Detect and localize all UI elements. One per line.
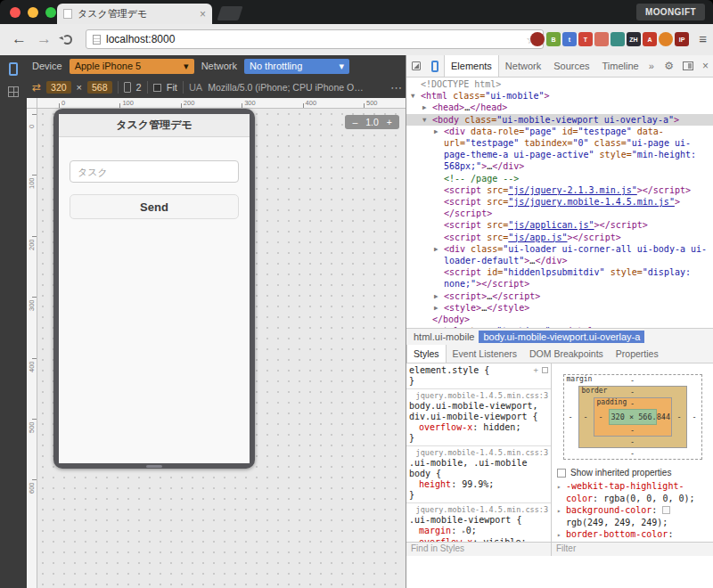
device-select[interactable]: Apple iPhone 5 ▾ [70,59,194,74]
expand-arrow-icon[interactable]: ▼ [422,114,432,126]
settings-gear-icon[interactable]: ⚙ [660,55,678,77]
profile-badge[interactable]: MOONGIFT [636,4,705,20]
chrome-menu-icon[interactable]: ≡ [699,31,707,46]
tab-overflow-icon[interactable]: » [645,55,658,77]
css-rule[interactable]: jquery.mobile-1.4.5.min.css:3.ui-mobile-… [406,503,551,542]
dom-tree-node[interactable]: ▶<head>…</head> [406,102,713,113]
expand-arrow-icon[interactable]: ▸ [557,505,566,517]
css-source-link[interactable]: jquery.mobile-1.4.5.min.css:3 [409,448,548,459]
expand-arrow-icon[interactable]: ▸ [557,529,566,541]
element-state-icon[interactable] [542,367,548,373]
zoom-in-button[interactable]: + [387,117,392,127]
expand-arrow-icon[interactable]: ▶ [434,126,444,137]
expand-arrow-icon[interactable]: ▶ [434,290,444,302]
dom-tree-node[interactable]: ▶<style>…</style> [406,302,713,314]
css-source-link[interactable]: jquery.mobile-1.4.5.min.css:3 [409,391,548,402]
network-select[interactable]: No throttling ▾ [244,59,349,74]
ua-value-field[interactable]: Mozilla/5.0 (iPhone; CPU iPhone O… [208,82,364,93]
dom-tree-node[interactable]: <script id="hiddenlpsubmitdiv" style="di… [406,266,713,290]
dom-tree-node[interactable]: <!-- /page --> [406,173,713,184]
computed-property[interactable]: ▸border-bottom-color: [552,528,713,541]
box-model-border[interactable]: border - - - padding - - - 320 × 566.844 [578,386,687,448]
computed-filter-input[interactable]: Filter [552,542,713,556]
extension-icon[interactable]: T [578,32,593,46]
tab-close-icon[interactable]: × [200,8,206,20]
fit-checkbox[interactable] [153,84,161,92]
devtools-tab-sources[interactable]: Sources [547,55,595,77]
extension-icon[interactable]: A [643,32,657,46]
dom-tree-node[interactable]: <script src="js/jquery-2.1.3.min.js"></s… [406,184,713,196]
find-in-styles-input[interactable]: Find in Styles [406,542,551,556]
box-model-content[interactable]: 320 × 566.844 [609,409,657,425]
css-property[interactable]: margin: ▸0; [409,526,548,537]
expand-arrow-icon[interactable]: ▶ [422,102,432,113]
css-selector[interactable]: .ui-mobile, .ui-mobile body { [409,458,548,479]
viewport-width-field[interactable]: 320 [46,81,71,94]
dom-tree-node[interactable]: ▶<div class="ui-loader ui-corner-all ui-… [406,243,713,266]
dock-side-icon[interactable] [678,55,698,77]
dom-tree-node[interactable]: <script src="js/applican.js"></script> [406,219,713,231]
device-mode-icon[interactable] [9,62,18,76]
dom-tree-node[interactable]: ▼<html class="ui-mobile"> [406,90,713,102]
url-text[interactable]: localhost:8000 [106,33,520,45]
extension-icon[interactable]: t [562,32,577,46]
extension-icon[interactable] [611,32,625,46]
computed-property[interactable]: ▸background-color: rgb(249, 249, 249); [552,504,713,528]
zoom-window-button[interactable] [45,7,56,18]
breadcrumb-item[interactable]: html.ui-mobile [409,331,479,343]
zoom-out-button[interactable]: – [352,117,357,127]
computed-property[interactable]: ▸-webkit-tap-highlight-color: rgba(0, 0,… [552,480,713,504]
css-property[interactable]: overflow-x: hidden; [409,422,548,433]
address-bar[interactable]: localhost:8000 ☆ [86,29,544,49]
browser-tab[interactable]: タスク管理デモ × [57,4,212,24]
back-button[interactable]: ← [12,30,27,48]
forward-button[interactable]: → [37,30,52,48]
task-input[interactable] [70,160,239,183]
sidebar-tab-event-listeners[interactable]: Event Listeners [447,345,523,363]
css-source-link[interactable]: jquery.mobile-1.4.5.min.css:3 [409,505,548,516]
swap-dimensions-icon[interactable]: ⇄ [32,81,41,94]
expand-arrow-icon[interactable]: ▶ [434,243,444,255]
dpr-value[interactable]: 2 [136,82,142,93]
css-rule[interactable]: jquery.mobile-1.4.5.min.css:3body.ui-mob… [406,389,551,446]
devtools-tab-timeline[interactable]: Timeline [596,55,645,77]
box-model-padding[interactable]: padding - - - 320 × 566.844 - [594,397,672,437]
extension-icon[interactable] [659,32,673,46]
extension-icon[interactable] [530,32,545,46]
devtools-tab-network[interactable]: Network [499,55,547,77]
extension-icon[interactable] [594,32,609,46]
expand-arrow-icon[interactable]: ▶ [434,302,444,314]
expand-arrow-icon[interactable]: ▸ [557,481,566,493]
css-selector[interactable]: .ui-mobile-viewport { [409,515,548,526]
dom-tree-node[interactable]: <!DOCTYPE html> [406,78,713,90]
element-style-section[interactable]: element.style { + } [406,363,551,389]
media-query-icon[interactable] [8,86,19,97]
css-property[interactable]: height: 99.9%; [409,479,548,490]
new-tab-button[interactable] [217,6,242,20]
dom-tree-node[interactable]: ▼<body class="ui-mobile-viewport ui-over… [406,114,713,126]
extension-icon[interactable]: IP [675,32,689,46]
css-selector[interactable]: body.ui-mobile-viewport, div.ui-mobile-v… [409,401,548,422]
sidebar-tab-styles[interactable]: Styles [406,345,447,363]
sidebar-tab-dom-breakpoints[interactable]: DOM Breakpoints [523,345,610,363]
device-toggle-icon[interactable] [426,55,444,77]
extension-icon[interactable]: ZH [627,32,641,46]
close-window-button[interactable] [10,7,20,18]
minimize-window-button[interactable] [28,7,38,18]
send-button[interactable]: Send [70,194,239,219]
frame-grip-handle[interactable] [146,465,162,468]
css-rule[interactable]: jquery.mobile-1.4.5.min.css:3.ui-mobile,… [406,446,551,503]
extension-icon[interactable]: B [546,32,561,46]
box-model-margin[interactable]: margin - - - border - - - padding [563,374,702,460]
more-options-icon[interactable]: ⋯ [390,81,402,94]
dom-tree-node[interactable]: ▶<script>…</script> [406,290,713,302]
inspect-element-icon[interactable] [406,55,426,77]
new-style-rule-icon[interactable]: + [534,365,538,376]
show-inherited-checkbox[interactable] [557,469,566,478]
breadcrumb-item[interactable]: body.ui-mobile-viewport.ui-overlay-a [479,331,644,343]
dom-tree-node[interactable]: ▶<div data-role="page" id="testpage" dat… [406,126,713,173]
reload-button[interactable] [62,35,72,45]
sidebar-tab-properties[interactable]: Properties [610,345,665,363]
dom-tree-node[interactable]: <script src="js/jquery.mobile-1.4.5.min.… [406,196,713,219]
dom-tree-node[interactable]: </body> [406,314,713,325]
